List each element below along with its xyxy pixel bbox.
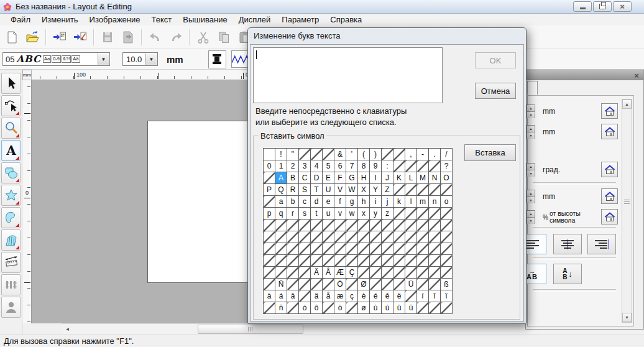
redo-button[interactable]: [167, 28, 185, 47]
reset-default-button[interactable]: [601, 124, 618, 139]
char-cell[interactable]: R: [287, 184, 299, 196]
char-cell[interactable]: [393, 267, 405, 279]
panel-tab[interactable]: [527, 81, 538, 95]
char-cell[interactable]: D: [311, 172, 323, 184]
char-cell[interactable]: (: [358, 149, 370, 160]
char-cell[interactable]: [346, 231, 358, 243]
char-cell[interactable]: [264, 231, 275, 243]
char-cell[interactable]: [382, 243, 393, 255]
char-cell[interactable]: q: [275, 208, 287, 220]
char-cell[interactable]: ": [287, 149, 299, 160]
char-cell[interactable]: ó: [299, 302, 311, 314]
char-cell[interactable]: L: [405, 172, 417, 184]
char-cell[interactable]: [405, 208, 417, 220]
char-cell[interactable]: k: [393, 196, 405, 208]
spinner-buttons[interactable]: ▲▼: [527, 104, 535, 118]
char-cell[interactable]: [287, 279, 299, 290]
char-cell[interactable]: [417, 208, 429, 220]
char-cell[interactable]: w: [346, 208, 358, 220]
menu-item-file[interactable]: Файл: [5, 14, 36, 25]
char-cell[interactable]: l: [405, 196, 417, 208]
char-cell[interactable]: ú: [382, 302, 393, 314]
char-cell[interactable]: o: [441, 196, 453, 208]
char-cell[interactable]: å: [323, 290, 334, 302]
char-cell[interactable]: [264, 196, 275, 208]
char-cell[interactable]: [429, 220, 441, 231]
char-cell[interactable]: [334, 243, 346, 255]
char-cell[interactable]: î: [429, 290, 441, 302]
text-input[interactable]: [253, 47, 443, 103]
char-cell[interactable]: ö: [334, 302, 346, 314]
char-cell[interactable]: [429, 208, 441, 220]
char-cell[interactable]: [405, 267, 417, 279]
char-cell[interactable]: [393, 208, 405, 220]
char-cell[interactable]: I: [370, 172, 382, 184]
char-cell[interactable]: [334, 231, 346, 243]
menu-item-display[interactable]: Дисплей: [233, 14, 277, 25]
char-cell[interactable]: H: [358, 172, 370, 184]
align-right-button[interactable]: [587, 234, 616, 254]
char-cell[interactable]: [405, 184, 417, 196]
char-cell[interactable]: 5: [323, 160, 334, 172]
char-cell[interactable]: [358, 220, 370, 231]
char-cell[interactable]: e: [323, 196, 334, 208]
char-cell[interactable]: X: [358, 184, 370, 196]
char-cell[interactable]: O: [441, 172, 453, 184]
char-cell[interactable]: [346, 243, 358, 255]
char-cell[interactable]: [417, 267, 429, 279]
char-cell[interactable]: [417, 243, 429, 255]
dialog-title-bar[interactable]: Изменение букв текста: [248, 28, 526, 44]
text-size-selector[interactable]: 10.0 ▼: [122, 52, 158, 66]
char-cell[interactable]: [311, 255, 323, 267]
char-cell[interactable]: [358, 255, 370, 267]
char-cell[interactable]: [323, 255, 334, 267]
char-cell[interactable]: [264, 279, 275, 290]
char-cell[interactable]: [264, 243, 275, 255]
char-cell[interactable]: C: [299, 172, 311, 184]
char-cell[interactable]: ': [346, 149, 358, 160]
char-cell[interactable]: [417, 255, 429, 267]
char-cell[interactable]: [275, 267, 287, 279]
reset-default-button[interactable]: [601, 209, 618, 224]
char-cell[interactable]: G: [346, 172, 358, 184]
char-cell[interactable]: ë: [393, 290, 405, 302]
menu-item-edit[interactable]: Изменить: [36, 14, 84, 25]
close-button[interactable]: ×: [613, 1, 632, 12]
char-cell[interactable]: [346, 255, 358, 267]
char-cell[interactable]: 3: [299, 160, 311, 172]
char-cell[interactable]: ): [370, 149, 382, 160]
char-cell[interactable]: [311, 149, 323, 160]
char-cell[interactable]: [334, 220, 346, 231]
save-button[interactable]: [98, 28, 117, 47]
char-cell[interactable]: [393, 231, 405, 243]
spinner-buttons[interactable]: ▲▼: [527, 190, 535, 203]
char-cell[interactable]: a: [275, 196, 287, 208]
char-cell[interactable]: J: [382, 172, 393, 184]
char-cell[interactable]: N: [429, 172, 441, 184]
char-cell[interactable]: ü: [405, 302, 417, 314]
thread-color-button[interactable]: [208, 50, 226, 68]
char-cell[interactable]: [393, 160, 405, 172]
char-cell[interactable]: 9: [370, 160, 382, 172]
tool-point-edit[interactable]: [1, 95, 21, 116]
tool-mannequin[interactable]: [1, 297, 21, 318]
scroll-down-button[interactable]: ▼: [622, 313, 632, 322]
char-cell[interactable]: i: [370, 196, 382, 208]
char-cell[interactable]: [323, 243, 334, 255]
cut-button[interactable]: [194, 28, 213, 47]
char-cell[interactable]: ù: [370, 302, 382, 314]
char-cell[interactable]: [405, 290, 417, 302]
char-cell[interactable]: V: [334, 184, 346, 196]
char-cell[interactable]: 6: [334, 160, 346, 172]
char-cell[interactable]: x: [358, 208, 370, 220]
char-cell[interactable]: [311, 243, 323, 255]
char-cell[interactable]: [382, 267, 393, 279]
char-cell[interactable]: [299, 290, 311, 302]
char-cell[interactable]: ñ: [275, 302, 287, 314]
char-cell[interactable]: [441, 243, 453, 255]
char-cell[interactable]: Ä: [311, 267, 323, 279]
import-image-button[interactable]: [50, 28, 69, 47]
char-cell[interactable]: s: [299, 208, 311, 220]
spinner-buttons[interactable]: ▲▼: [527, 125, 535, 139]
char-cell[interactable]: [264, 172, 275, 184]
